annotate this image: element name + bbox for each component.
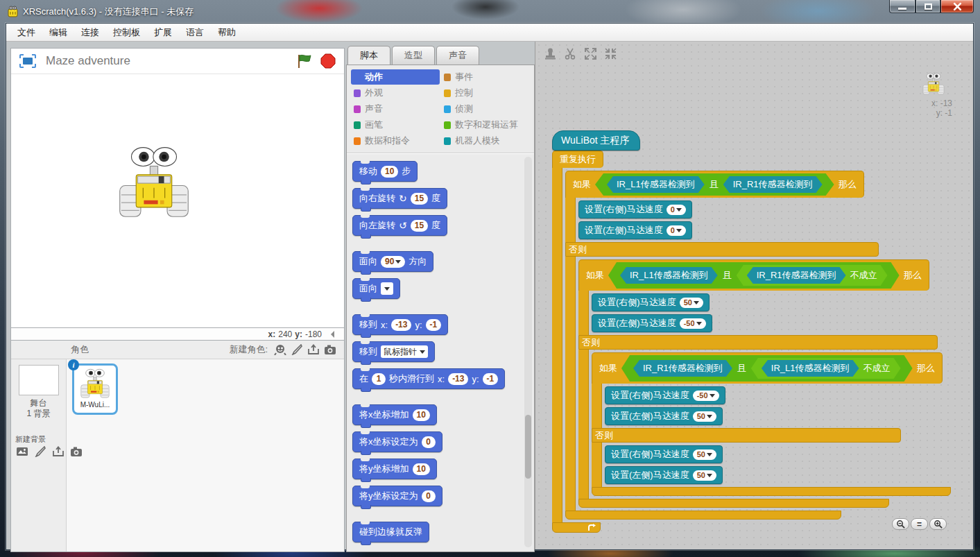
sprite-card-selected[interactable]: i M-WuLi...: [72, 363, 118, 415]
palette-block[interactable]: 将x坐标设定为0: [352, 431, 442, 452]
and-operator-block[interactable]: IR_L1传感器检测到 且 IR_R1传感器检测到 不成立: [608, 262, 900, 289]
upload-sprite-icon[interactable]: [307, 344, 320, 355]
ir-l1-sensor-block[interactable]: IR_L1传感器检测到: [607, 176, 705, 193]
palette-scrollbar-thumb[interactable]: [525, 415, 531, 479]
palette-block[interactable]: 向右旋转↻15度: [352, 188, 447, 209]
menu-item[interactable]: 控制板: [106, 24, 147, 42]
ir-l1-sensor-block[interactable]: IR_L1传感器检测到: [620, 267, 718, 284]
sprite-thumbnail: [79, 368, 111, 400]
category-item[interactable]: 数据和指令: [351, 133, 440, 148]
dropdown-caret-icon: [707, 415, 712, 421]
palette-block[interactable]: 面向90方向: [352, 251, 433, 272]
forever-block[interactable]: 重复执行 如果 IR_L1传感器检测到 且 IR_R1传感器检测到: [552, 151, 951, 533]
stage-thumbnail[interactable]: [19, 365, 59, 395]
category-item[interactable]: 动作: [351, 69, 440, 85]
wulibot-sprite[interactable]: [115, 144, 193, 221]
category-color-chip: [444, 105, 451, 113]
paint-new-sprite-icon[interactable]: [291, 344, 303, 355]
set-right-motor-block[interactable]: 设置(右侧)马达速度 -50: [605, 386, 725, 404]
minimize-button[interactable]: [889, 0, 915, 13]
palette-block[interactable]: 将y坐标增加10: [352, 459, 437, 479]
menu-item[interactable]: 扩展: [147, 24, 179, 42]
palette-tab[interactable]: 声音: [436, 46, 479, 65]
palette-block[interactable]: 移到x:-13y:-1: [352, 314, 448, 335]
camera-sprite-icon[interactable]: [324, 344, 336, 355]
palette-block[interactable]: 移到鼠标指针: [352, 341, 435, 362]
and-operator-block[interactable]: IR_R1传感器检测到 且 IR_L1传感器检测到 不成立: [621, 355, 913, 382]
palette-block[interactable]: 移动10步: [352, 161, 418, 182]
stop-button[interactable]: [320, 53, 336, 69]
menu-item[interactable]: 编辑: [42, 24, 74, 42]
category-item[interactable]: 数字和逻辑运算: [441, 117, 530, 132]
window-title: XRScratch(v1.6.3) - 没有连接串口 - 未保存: [23, 6, 194, 18]
menu-item[interactable]: 帮助: [211, 24, 243, 42]
not-operator-block[interactable]: IR_L1传感器检测到 不成立: [751, 358, 901, 379]
set-right-motor-block[interactable]: 设置(右侧)马达速度 0: [578, 200, 692, 218]
hat-block-wulibot-main[interactable]: WuLiBot 主程序: [552, 130, 640, 151]
stage-panel: Maze adventure: [10, 48, 345, 328]
zoom-reset-button[interactable]: =: [911, 518, 928, 530]
new-sprite-library-icon[interactable]: [274, 344, 286, 355]
content-area: Maze adventure x: 240 y: -180: [6, 42, 973, 549]
category-item[interactable]: 画笔: [351, 117, 440, 132]
palette-block[interactable]: 向左旋转↺15度: [352, 215, 447, 236]
if-else-block-3[interactable]: 如果 IR_R1传感器检测到 且 IR_L1传感器检测到: [592, 352, 951, 496]
ir-r1-sensor-block[interactable]: IR_R1传感器检测到: [633, 360, 732, 377]
category-item[interactable]: 机器人模块: [441, 133, 530, 148]
ir-l1-sensor-block[interactable]: IR_L1传感器检测到: [762, 360, 859, 377]
palette-block[interactable]: 将y坐标设定为0: [352, 486, 442, 506]
upload-backdrop-icon[interactable]: [52, 446, 65, 457]
category-item[interactable]: 侦测: [441, 101, 530, 117]
shrink-sprite-icon[interactable]: [604, 47, 617, 60]
category-item[interactable]: 事件: [441, 69, 530, 85]
green-flag-button[interactable]: [297, 53, 312, 69]
fullscreen-icon[interactable]: [19, 54, 36, 68]
backdrop-library-icon[interactable]: [16, 446, 28, 457]
zoom-in-button[interactable]: [929, 518, 947, 530]
if-else-block-2[interactable]: 如果 IR_L1传感器检测到 且 IR_R1传感器检测到 不成立: [578, 259, 951, 508]
ir-r1-sensor-block[interactable]: IR_R1传感器检测到: [723, 176, 823, 193]
palette-block[interactable]: 面向: [352, 278, 400, 299]
category-item[interactable]: 声音: [351, 101, 440, 117]
stage-canvas[interactable]: [11, 74, 344, 327]
not-operator-block[interactable]: IR_R1传感器检测到 不成立: [737, 265, 888, 286]
palette-scrollbar[interactable]: [524, 157, 532, 547]
set-left-motor-block[interactable]: 设置(左侧)马达速度 -50: [592, 314, 712, 332]
palette-block[interactable]: 碰到边缘就反弹: [352, 522, 429, 542]
set-right-motor-block[interactable]: 设置(右侧)马达速度 50: [605, 445, 723, 463]
category-item[interactable]: 控制: [441, 85, 530, 101]
category-item[interactable]: 外观: [351, 85, 440, 101]
set-right-motor-block[interactable]: 设置(右侧)马达速度 50: [592, 293, 710, 311]
grow-sprite-icon[interactable]: [584, 47, 597, 60]
paint-backdrop-icon[interactable]: [34, 446, 46, 457]
project-title[interactable]: Maze adventure: [46, 54, 289, 68]
ir-r1-sensor-block[interactable]: IR_R1传感器检测到: [747, 267, 846, 284]
dropdown-caret-icon: [694, 301, 699, 307]
and-operator-block[interactable]: IR_L1传感器检测到 且 IR_R1传感器检测到: [595, 173, 834, 196]
menu-item[interactable]: 连接: [74, 24, 106, 42]
palette-block[interactable]: 将x坐标增加10: [352, 404, 437, 425]
stamp-duplicate-icon[interactable]: [544, 47, 557, 60]
if-block-footer: [592, 487, 951, 496]
title-bar[interactable]: XRScratch(v1.6.3) - 没有连接串口 - 未保存: [0, 0, 980, 23]
close-button[interactable]: [940, 0, 974, 13]
zoom-out-button[interactable]: [892, 518, 909, 530]
if-else-block-1[interactable]: 如果 IR_L1传感器检测到 且 IR_R1传感器检测到 那么: [565, 171, 951, 520]
maximize-button[interactable]: [915, 0, 940, 13]
palette-tab[interactable]: 脚本: [347, 46, 390, 65]
palette-block[interactable]: 在1秒内滑行到x:-13y:-1: [352, 368, 505, 389]
menu-item[interactable]: 语言: [179, 24, 211, 42]
zoom-out-icon: [896, 520, 905, 529]
stage-label: 舞台: [26, 398, 50, 409]
set-left-motor-block[interactable]: 设置(左侧)马达速度 0: [578, 221, 692, 239]
scissors-delete-icon[interactable]: [564, 47, 577, 60]
mouse-y-label: y:: [295, 329, 302, 339]
set-left-motor-block[interactable]: 设置(左侧)马达速度 50: [605, 466, 723, 484]
scripts-area[interactable]: x: -13 y: -1 WuLiBot 主程序 重复执行 如果: [535, 42, 973, 549]
mouse-y-value: -180: [305, 329, 322, 339]
set-left-motor-block[interactable]: 设置(左侧)马达速度 50: [605, 407, 723, 425]
palette-tab[interactable]: 造型: [392, 46, 435, 65]
menu-item[interactable]: 文件: [10, 24, 42, 42]
stage-collapse-arrow-icon[interactable]: [327, 331, 334, 338]
sprite-info-badge[interactable]: i: [68, 359, 79, 370]
